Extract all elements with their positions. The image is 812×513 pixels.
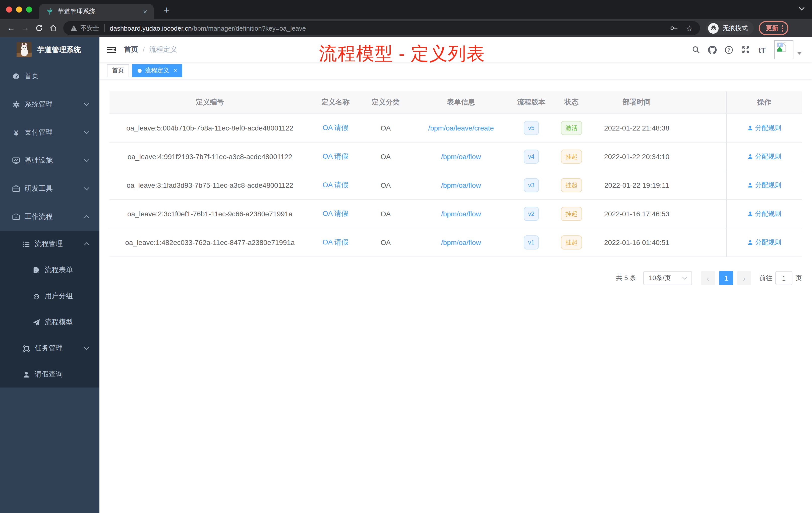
sidebar-item-dev-tools[interactable]: 研发工具 bbox=[0, 175, 99, 203]
cell-definition-id: oa_leave:2:3c1f0ef1-76b1-11ec-9c66-a2380… bbox=[110, 200, 310, 228]
bookmark-star-icon[interactable]: ☆ bbox=[686, 23, 693, 33]
breadcrumb-home[interactable]: 首页 bbox=[124, 45, 138, 54]
column-header-id: 定义编号 bbox=[110, 91, 310, 114]
cell-deployed-at: 2022-01-16 01:40:51 bbox=[591, 228, 682, 257]
form-link[interactable]: /bpm/oa/flow bbox=[441, 210, 481, 218]
cell-category: OA bbox=[360, 171, 411, 200]
not-secure-label[interactable]: 不安全 bbox=[80, 24, 99, 32]
breadcrumb-current: 流程定义 bbox=[149, 45, 177, 54]
column-header-actions: 操作 bbox=[726, 91, 802, 114]
tag-close-icon[interactable]: × bbox=[174, 68, 177, 73]
assign-rule-button[interactable]: 分配规则 bbox=[747, 238, 781, 247]
close-window-button[interactable] bbox=[6, 6, 12, 12]
reload-icon[interactable] bbox=[32, 21, 46, 35]
sidebar-item-task-management[interactable]: 任务管理 bbox=[0, 335, 99, 361]
sidebar-item-label: 流程表单 bbox=[45, 266, 89, 275]
form-link[interactable]: /bpm/oa/flow bbox=[441, 153, 481, 161]
sidebar-item-infrastructure[interactable]: 基础设施 bbox=[0, 147, 99, 175]
assign-rule-button[interactable]: 分配规则 bbox=[747, 209, 781, 218]
form-link[interactable]: /bpm/oa/leave/create bbox=[428, 124, 494, 132]
github-icon[interactable] bbox=[704, 37, 721, 62]
sidebar-item-label: 用户分组 bbox=[45, 292, 89, 301]
dashboard-icon bbox=[12, 72, 20, 80]
tag-home[interactable]: 首页 bbox=[107, 64, 129, 77]
table-row: oa_leave:4:991f2193-7b7f-11ec-a3c8-acde4… bbox=[110, 142, 802, 171]
definition-name-link[interactable]: OA 请假 bbox=[323, 152, 348, 160]
chevron-down-icon bbox=[84, 159, 89, 163]
new-tab-button[interactable]: + bbox=[160, 3, 174, 17]
zoom-window-button[interactable] bbox=[26, 6, 32, 12]
next-page-button[interactable]: › bbox=[737, 271, 751, 285]
url-path: /bpm/manager/definition?key=oa_leave bbox=[192, 24, 306, 32]
column-header-name: 定义名称 bbox=[310, 91, 360, 114]
browser-menu-icon[interactable] bbox=[782, 25, 783, 31]
user-icon bbox=[747, 182, 753, 188]
sidebar-item-label: 基础设施 bbox=[25, 156, 84, 165]
page-url[interactable]: dashboard.yudao.iocoder.cn/bpm/manager/d… bbox=[110, 24, 306, 32]
search-icon[interactable] bbox=[688, 37, 704, 62]
assign-rule-button[interactable]: 分配规则 bbox=[747, 123, 781, 132]
avatar[interactable] bbox=[774, 40, 793, 59]
version-badge[interactable]: v3 bbox=[523, 178, 539, 192]
back-icon[interactable]: ← bbox=[4, 21, 18, 35]
sidebar-item-label: 首页 bbox=[25, 72, 89, 81]
assign-rule-button[interactable]: 分配规则 bbox=[747, 152, 781, 161]
address-bar[interactable]: 不安全 dashboard.yudao.iocoder.cn/bpm/manag… bbox=[63, 21, 700, 35]
status-badge: 激活 bbox=[561, 121, 582, 135]
form-link[interactable]: /bpm/oa/flow bbox=[441, 238, 481, 246]
sidebar-item-workflow[interactable]: 工作流程 bbox=[0, 203, 99, 231]
goto-label: 前往 bbox=[759, 274, 772, 282]
column-header-status: 状态 bbox=[551, 91, 591, 114]
list-tree-icon bbox=[22, 240, 30, 248]
assign-rule-button[interactable]: 分配规则 bbox=[747, 181, 781, 190]
sidebar-logo[interactable]: 芋道管理系统 bbox=[0, 37, 99, 62]
fullscreen-icon[interactable] bbox=[737, 37, 754, 62]
sidebar-item-home[interactable]: 首页 bbox=[0, 62, 99, 90]
definition-table: 定义编号 定义名称 定义分类 表单信息 流程版本 状态 部署时间 操作 bbox=[110, 91, 802, 257]
avatar-dropdown-caret-icon[interactable] bbox=[797, 52, 802, 55]
browser-tab[interactable]: 芋道管理系统 × bbox=[39, 4, 154, 19]
sidebar-item-label: 流程模型 bbox=[45, 318, 89, 327]
home-icon[interactable] bbox=[46, 21, 60, 35]
sidebar-fold-icon[interactable] bbox=[107, 46, 116, 54]
sidebar-item-system[interactable]: 系统管理 bbox=[0, 90, 99, 118]
sidebar-item-process-model[interactable]: 流程模型 bbox=[0, 309, 99, 335]
current-page-button[interactable]: 1 bbox=[719, 271, 733, 285]
help-question-icon[interactable]: ? bbox=[721, 37, 737, 62]
sidebar-item-payment[interactable]: ¥ 支付管理 bbox=[0, 118, 99, 147]
version-badge[interactable]: v5 bbox=[523, 121, 539, 135]
status-badge: 挂起 bbox=[561, 178, 582, 192]
sidebar-item-label: 支付管理 bbox=[25, 128, 84, 137]
tab-close-icon[interactable]: × bbox=[142, 7, 149, 16]
sidebar-item-process-management[interactable]: 流程管理 bbox=[0, 231, 99, 257]
text-size-icon[interactable]: tT bbox=[754, 37, 770, 62]
password-key-icon[interactable] bbox=[670, 24, 678, 32]
breadcrumb-separator: / bbox=[143, 46, 145, 54]
tag-process-definition[interactable]: 流程定义 × bbox=[132, 64, 182, 77]
column-header-version: 流程版本 bbox=[511, 91, 551, 114]
tab-search-chevron-icon[interactable] bbox=[799, 6, 805, 11]
definition-name-link[interactable]: OA 请假 bbox=[323, 209, 348, 217]
minimize-window-button[interactable] bbox=[16, 6, 22, 12]
user-icon bbox=[22, 370, 30, 379]
definition-name-link[interactable]: OA 请假 bbox=[323, 123, 348, 131]
forward-icon[interactable]: → bbox=[18, 21, 32, 35]
page-size-select[interactable]: 10条/页 bbox=[643, 271, 692, 285]
version-badge[interactable]: v1 bbox=[523, 235, 539, 249]
browser-update-button[interactable]: 更新 bbox=[759, 21, 788, 35]
cell-deployed-at: 2022-01-22 20:34:10 bbox=[591, 142, 682, 171]
goto-page-input[interactable]: 1 bbox=[775, 271, 792, 285]
version-badge[interactable]: v2 bbox=[523, 207, 539, 221]
window-controls[interactable] bbox=[6, 6, 32, 12]
favicon-plant-icon bbox=[46, 7, 54, 16]
definition-name-link[interactable]: OA 请假 bbox=[323, 238, 348, 246]
table-row: oa_leave:3:1fad3d93-7b75-11ec-a3c8-acde4… bbox=[110, 171, 802, 200]
version-badge[interactable]: v4 bbox=[523, 150, 539, 163]
prev-page-button[interactable]: ‹ bbox=[701, 271, 715, 285]
sidebar-item-process-form[interactable]: 流程表单 bbox=[0, 257, 99, 283]
sidebar-item-user-group[interactable]: 用户分组 bbox=[0, 283, 99, 309]
sidebar-item-leave-query[interactable]: 请假查询 bbox=[0, 361, 99, 388]
column-header-deployed: 部署时间 bbox=[591, 91, 682, 114]
definition-name-link[interactable]: OA 请假 bbox=[323, 181, 348, 189]
form-link[interactable]: /bpm/oa/flow bbox=[441, 181, 481, 189]
